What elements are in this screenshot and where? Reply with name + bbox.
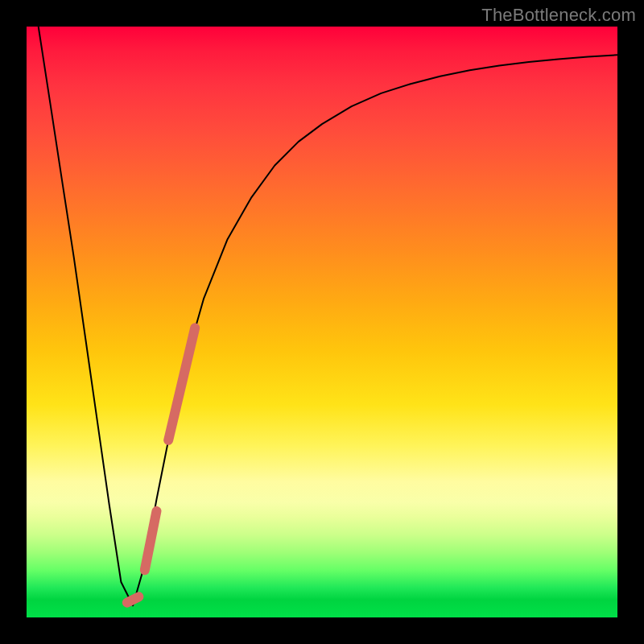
chart-frame: TheBottleneck.com — [0, 0, 644, 644]
watermark-text: TheBottleneck.com — [481, 5, 636, 26]
plot-background-gradient — [27, 27, 617, 617]
